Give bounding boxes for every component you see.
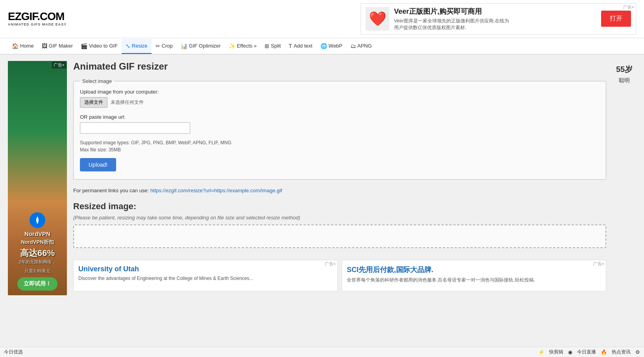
top-ad-image: ❤️ [366,7,389,31]
brand-name: EZGIF.COM [8,11,67,23]
perm-link-area: For permanent links you can use: https:/… [73,188,606,193]
file-status: 未选择任何文件 [111,99,144,106]
upload-button[interactable]: Upload! [80,158,116,171]
right-ad: 55岁 聪明 [613,61,636,295]
top-ad-content: 广告× ❤️ Veer正版图片,购买即可商用 Veer图库是一家全球领先的正版微… [361,3,636,35]
bottom-ad-univ-close-label[interactable]: 广告× [325,261,336,267]
addtext-icon: T [289,43,292,49]
bottom-ad-univ-close[interactable]: 广告× [325,261,336,267]
main-layout: 广告× NordVPN NordVPN折扣 高达66% 2年的无限制网络， 只需… [0,55,644,302]
sidebar-tagline: NordVPN折扣 [19,239,56,246]
brand-sub: ANIMATED GIFS MADE EASY [8,23,67,27]
content-area: Animated GIF resizer Select image Upload… [67,61,613,295]
nav-label-split: Split [271,43,281,49]
resize-icon: ⤡ [126,43,130,49]
bottom-ad-univ-desc: Discover the advantages of Engineering a… [78,276,333,281]
top-ad-text: Veer正版图片,购买即可商用 Veer图库是一家全球领先的正版微利图片供应商,… [394,7,596,31]
logo-area: EZGIF.COM ANIMATED GIFS MADE EASY [8,11,67,27]
bottom-ad-univ-title: University of Utah [78,265,333,273]
sidebar-pct: 高达66% [19,247,56,259]
resized-section: Resized image: (Please be patient, resiz… [73,201,606,248]
vpn-logo [30,212,45,228]
supported-types: Supported image types: GIF, JPG, PNG, BM… [80,140,600,145]
nav-item-webp[interactable]: 🌐 WebP [316,39,346,54]
url-input[interactable] [80,122,190,134]
bottom-ad-sci-desc: 全世界每个角落的科研作者都用的润色服务,百名母语专家一对一润色与国际接轨,轻松投… [347,277,601,283]
nav-item-video-to-gif[interactable]: 🎬 Video to GIF [77,39,122,54]
sidebar-detail2: 只需3.99美元 [19,268,56,274]
nav-label-gif-maker: GIF Maker [49,43,73,49]
nav-label-apng: APNG [357,43,372,49]
nav-item-resize[interactable]: ⤡ Resize [122,39,152,54]
right-ad-text: 聪明 [619,77,630,84]
bottom-ad-sci-title: SCI先用后付款,国际大品牌. [347,265,601,274]
perm-link-prefix: For permanent links you can use: [73,188,150,193]
nav-item-add-text[interactable]: T Add text [285,39,316,54]
nav-item-gif-optimizer[interactable]: 📊 GIF Optimizer [177,39,225,54]
resized-title: Resized image: [73,201,606,212]
apng-icon: 🗂 [350,43,356,49]
video-icon: 🎬 [81,43,87,49]
file-upload-section: Upload image from your computer: 选择文件 未选… [80,89,600,108]
nav-label-effects: Effects » [237,43,257,49]
heart-icon: ❤️ [369,11,387,27]
select-image-legend: Select image [80,78,114,84]
nav-label-resize: Resize [132,43,148,49]
nav-label-webp: WebP [329,43,342,49]
nav-item-split[interactable]: ⊞ Split [261,39,285,54]
sidebar-ad-text: NordVPN NordVPN折扣 高达66% 2年的无限制网络， 只需3.99… [19,230,56,277]
max-file-size: Max file size: 35MB [80,147,600,153]
sidebar-ad-cta-button[interactable]: 立即试用！ [17,277,57,291]
nav-item-home[interactable]: 🏠 Home [8,39,38,54]
sidebar-ad-image: NordVPN NordVPN折扣 高达66% 2年的无限制网络， 只需3.99… [8,61,67,295]
nav-item-crop[interactable]: ✂ Crop [152,39,177,54]
select-image-fieldset: Select image Upload image from your comp… [73,78,606,180]
sidebar-ad-close-label[interactable]: 广告× [54,62,65,68]
bottom-ad-sci-close-label[interactable]: 广告× [593,261,604,267]
nav-item-gif-maker[interactable]: 🖼 GIF Maker [38,39,77,54]
url-section: OR paste image url: [80,114,600,134]
home-icon: 🏠 [12,43,19,49]
sidebar-ad: 广告× NordVPN NordVPN折扣 高达66% 2年的无限制网络， 只需… [8,61,67,295]
top-ad-desc2: 用户提供数亿张优质版权图片素材. [394,24,596,31]
bottom-ad-sci-close[interactable]: 广告× [593,261,604,267]
page-title: Animated GIF resizer [73,61,606,72]
top-ad-banner: EZGIF.COM ANIMATED GIFS MADE EASY 广告× ❤️… [0,0,644,38]
choose-file-button[interactable]: 选择文件 [80,97,107,108]
url-label: OR paste image url: [80,114,600,120]
nav-label-home: Home [20,43,34,49]
sidebar-vpn-name: NordVPN [19,230,56,237]
top-ad-desc1: Veer图库是一家全球领先的正版微利图片供应商,在线为 [394,18,596,24]
crop-icon: ✂ [155,43,160,49]
resized-image-box [73,225,606,248]
bottom-ads: 广告× University of Utah Discover the adva… [73,256,606,295]
perm-link-url[interactable]: https://ezgif.com/resize?url= [150,188,214,193]
sidebar-ad-close[interactable]: 广告× [52,62,66,68]
upload-label: Upload image from your computer: [80,89,600,95]
top-ad-cta-button[interactable]: 打开 [601,11,631,27]
nav-label-crop: Crop [162,43,173,49]
file-input-row: 选择文件 未选择任何文件 [80,97,600,108]
navbar: 🏠 Home 🖼 GIF Maker 🎬 Video to GIF ⤡ Resi… [0,38,644,55]
effects-icon: ✨ [229,43,235,49]
split-icon: ⊞ [265,43,269,49]
top-ad-title: Veer正版图片,购买即可商用 [394,7,596,16]
top-ad-close[interactable]: 广告× [623,4,634,10]
nav-label-gif-optimizer: GIF Optimizer [189,43,221,49]
nav-item-effects[interactable]: ✨ Effects » [225,39,261,54]
resized-note: (Please be patient, resizing may take so… [73,215,606,221]
nav-item-apng[interactable]: 🗂 APNG [346,39,376,54]
nav-label-video-to-gif: Video to GIF [89,43,118,49]
bottom-ad-univ: 广告× University of Utah Discover the adva… [73,260,338,291]
sidebar-detail1: 2年的无限制网络， [19,259,56,265]
top-ad-close-label[interactable]: 广告× [623,4,634,10]
gif-maker-icon: 🖼 [42,43,47,49]
bottom-ad-sci: 广告× SCI先用后付款,国际大品牌. 全世界每个角落的科研作者都用的润色服务,… [342,260,606,291]
optimizer-icon: 📊 [181,43,187,49]
perm-link-example[interactable]: https://example.com/image.gif [214,188,282,193]
webp-icon: 🌐 [320,43,327,49]
right-ad-age: 55岁 [616,64,633,75]
nav-label-add-text: Add text [294,43,313,49]
